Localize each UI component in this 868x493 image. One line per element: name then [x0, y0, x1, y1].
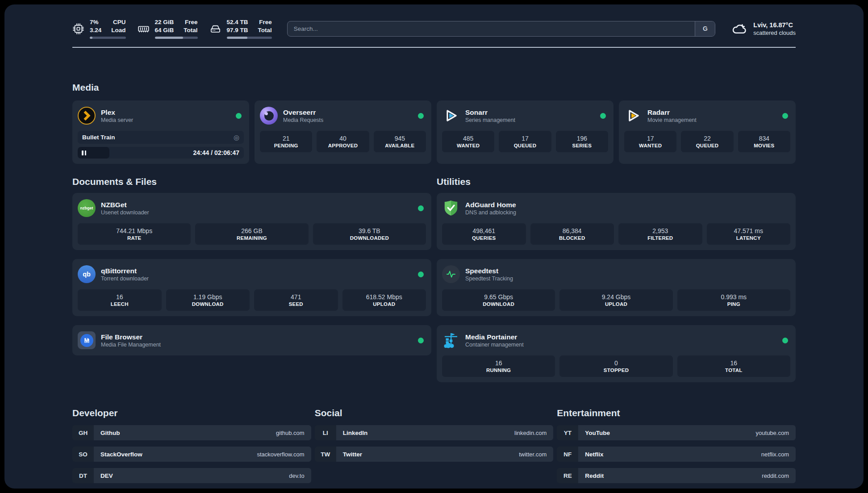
stat-tile: 16RUNNING — [442, 355, 555, 377]
stat-label: MOVIES — [740, 143, 789, 148]
bookmark-twitter[interactable]: TW Twittertwitter.com — [315, 447, 554, 462]
bookmark-abbr: YT — [557, 425, 578, 440]
stat-value: 39.6 TB — [315, 227, 424, 235]
stat-value: 9.24 Gbps — [561, 293, 671, 301]
disk-progress-bar — [227, 37, 272, 39]
bookmark-dev[interactable]: DT DEVdev.to — [72, 468, 311, 483]
stat-value: 17 — [501, 134, 549, 143]
disk-icon — [209, 23, 221, 35]
stat-tile: 498,461QUERIES — [442, 223, 526, 245]
app-desc: Movie management — [647, 117, 697, 123]
app-card-nzbget[interactable]: nzbget NZBGet Usenet downloader 744.21 M… — [72, 193, 431, 250]
stat-label: QUEUED — [501, 143, 549, 148]
adguard-icon — [442, 199, 460, 217]
app-card-speedtest[interactable]: Speedtest Speedtest Tracking 9.65 GbpsDO… — [437, 259, 796, 316]
stat-value: 22 — [683, 134, 731, 143]
playback-time: 24:44 / 02:06:47 — [193, 149, 244, 156]
app-title: AdGuard Home — [465, 201, 516, 209]
section-title-utilities: Utilities — [437, 176, 796, 188]
search-input[interactable] — [287, 21, 715, 37]
stat-label: FILTERED — [620, 235, 701, 241]
status-indicator — [782, 113, 788, 119]
stat-label: AVAILABLE — [376, 143, 424, 148]
app-card-adguard[interactable]: AdGuard Home DNS and adblocking 498,461Q… — [437, 193, 796, 250]
app-desc: Container management — [465, 342, 524, 348]
cpu-label: CPU — [111, 18, 125, 26]
stat-value: 9.65 Gbps — [444, 293, 553, 301]
bookmark-name: Netflix — [585, 451, 603, 458]
bookmark-stackoverflow[interactable]: SO StackOverflowstackoverflow.com — [72, 447, 311, 462]
bookmark-name: YouTube — [585, 430, 610, 436]
app-title: Media Portainer — [465, 333, 524, 342]
ram-free-label: Free — [184, 18, 197, 26]
stat-label: RATE — [79, 235, 189, 241]
stat-value: 16 — [679, 359, 789, 368]
weather-widget: Lviv, 16.87°C scattered clouds — [731, 21, 796, 37]
app-card-filebrowser[interactable]: File Browser Media File Management — [72, 325, 431, 355]
stat-label: BLOCKED — [532, 235, 613, 241]
stat-label: PENDING — [262, 143, 310, 148]
app-title: Sonarr — [465, 108, 515, 117]
bookmark-name: LinkedIn — [343, 430, 368, 436]
status-indicator — [600, 113, 606, 119]
bookmark-url: twitter.com — [519, 451, 547, 458]
search-bar: G — [287, 21, 715, 37]
app-desc: DNS and adblocking — [465, 209, 516, 216]
app-desc: Torrent downloader — [101, 276, 149, 282]
bookmark-linkedin[interactable]: LI LinkedInlinkedin.com — [315, 425, 554, 440]
app-card-overseerr[interactable]: Overseerr Media Requests 21PENDING 40APP… — [255, 100, 431, 164]
stat-label: LEECH — [79, 301, 160, 307]
disk-free-label: Free — [258, 18, 272, 26]
stat-value: 471 — [256, 293, 336, 301]
bookmark-netflix[interactable]: NF Netflixnetflix.com — [557, 447, 796, 462]
pause-icon[interactable] — [82, 150, 86, 155]
ram-total-value: 64 GiB — [155, 26, 174, 34]
bookmark-abbr: TW — [315, 447, 336, 462]
playback-progress: 24:44 / 02:06:47 — [78, 147, 244, 159]
app-card-radarr[interactable]: Radarr Movie management 17WANTED 22QUEUE… — [619, 100, 796, 164]
stat-label: APPROVED — [318, 143, 367, 148]
plex-icon — [78, 107, 96, 125]
bookmark-url: github.com — [276, 430, 305, 436]
stat-value: 86,384 — [532, 227, 613, 235]
bookmark-youtube[interactable]: YT YouTubeyoutube.com — [557, 425, 796, 440]
google-provider-button[interactable]: G — [695, 21, 715, 36]
stat-value: 16 — [79, 293, 160, 301]
session-icon[interactable]: ◎ — [234, 134, 239, 141]
stat-tile: 39.6 TBDOWNLOADED — [313, 223, 426, 245]
stat-label: SEED — [256, 301, 336, 307]
now-playing-row: Bullet Train ◎ — [78, 131, 244, 144]
stat-label: TOTAL — [679, 368, 789, 373]
app-card-sonarr[interactable]: Sonarr Series management 485WANTED 17QUE… — [437, 100, 613, 164]
bookmark-name: Twitter — [343, 451, 362, 458]
stat-tile: 9.65 GbpsDOWNLOAD — [442, 289, 555, 311]
stat-value: 16 — [444, 359, 553, 368]
bookmark-github[interactable]: GH Githubgithub.com — [72, 425, 311, 440]
sonarr-icon — [442, 107, 460, 125]
stat-value: 485 — [444, 134, 492, 143]
cloud-icon — [731, 21, 747, 37]
status-indicator — [782, 338, 788, 343]
bookmark-abbr: NF — [557, 447, 578, 462]
status-indicator — [418, 272, 424, 277]
memory-metric: 22 GiB 64 GiB Free Total — [138, 18, 198, 39]
bookmark-url: linkedin.com — [514, 430, 547, 436]
portainer-icon — [442, 331, 460, 349]
system-metrics: 7% 3.24 CPU Load — [72, 18, 272, 39]
app-desc: Speedtest Tracking — [465, 276, 513, 282]
app-card-portainer[interactable]: Media Portainer Container management 16R… — [437, 325, 796, 382]
stat-value: 2,953 — [620, 227, 701, 235]
stat-label: STOPPED — [561, 368, 671, 373]
bookmark-reddit[interactable]: RE Redditreddit.com — [557, 468, 796, 483]
stat-label: QUERIES — [444, 235, 524, 241]
app-card-plex[interactable]: Plex Media server Bullet Train ◎ 24:44 /… — [72, 100, 249, 164]
dashboard-window: 7% 3.24 CPU Load — [4, 4, 864, 489]
app-title: Speedtest — [465, 267, 513, 276]
bookmark-name: Github — [100, 430, 120, 436]
app-card-qbittorrent[interactable]: qb qBittorrent Torrent downloader 16LEEC… — [72, 259, 431, 316]
section-title-documents: Documents & Files — [72, 176, 431, 188]
stat-value: 1.19 Gbps — [168, 293, 248, 301]
stat-label: WANTED — [626, 143, 675, 148]
disk-metric: 52.4 TB 97.9 TB Free Total — [209, 18, 272, 39]
section-title-social: Social — [315, 407, 554, 419]
